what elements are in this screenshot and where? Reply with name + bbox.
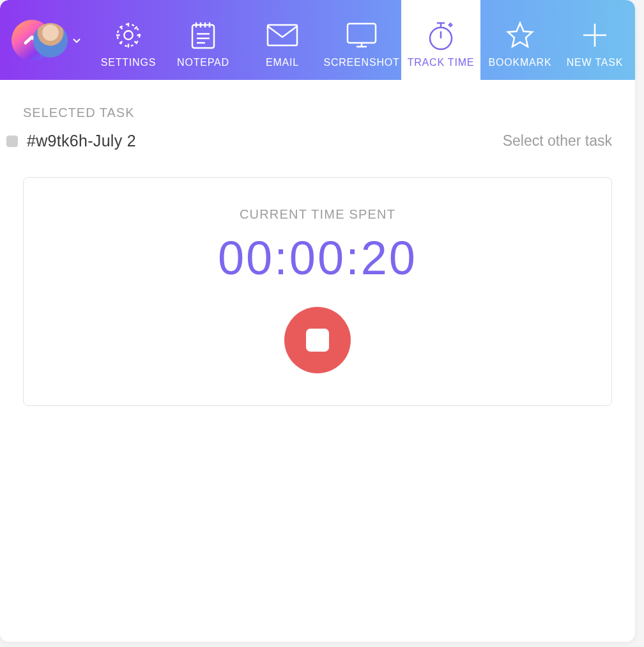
tab-label: BOOKMARK (489, 57, 552, 68)
task-left: #w9tk6h-July 2 (23, 132, 136, 150)
tab-label: TRACK TIME (408, 57, 475, 68)
tab-email[interactable]: EMAIL (243, 0, 322, 80)
tab-label: EMAIL (266, 57, 299, 68)
user-avatar[interactable] (33, 23, 68, 58)
tab-screenshot[interactable]: SCREENSHOT (322, 0, 401, 80)
timer-label: CURRENT TIME SPENT (240, 207, 395, 222)
content-area: SELECTED TASK #w9tk6h-July 2 Select othe… (0, 80, 635, 642)
svg-rect-11 (348, 24, 376, 43)
selected-task-header: SELECTED TASK (23, 105, 612, 120)
plus-icon (581, 20, 609, 51)
timer-card: CURRENT TIME SPENT 00:00:20 (23, 177, 612, 406)
stop-icon (306, 329, 329, 352)
screenshot-icon (345, 20, 378, 51)
tab-notepad[interactable]: NOTEPAD (164, 0, 243, 80)
svg-rect-2 (192, 25, 214, 48)
select-other-task-link[interactable]: Select other task (503, 132, 612, 150)
svg-rect-10 (268, 25, 297, 45)
notepad-icon (190, 20, 217, 51)
tab-settings[interactable]: SETTINGS (93, 0, 164, 80)
tab-label: NEW TASK (567, 57, 624, 68)
tab-label: NOTEPAD (177, 57, 229, 68)
tab-bookmark[interactable]: BOOKMARK (480, 0, 560, 80)
timer-value: 00:00:20 (218, 231, 417, 285)
tab-track-time[interactable]: TRACK TIME (401, 0, 480, 80)
tab-label: SCREENSHOT (323, 57, 399, 68)
app-window: SETTINGS NOTEPAD (0, 0, 635, 642)
task-name[interactable]: #w9tk6h-July 2 (27, 132, 136, 150)
toolbar-tabs: SETTINGS NOTEPAD (93, 0, 635, 80)
task-row: #w9tk6h-July 2 Select other task (23, 132, 612, 150)
stop-timer-button[interactable] (284, 307, 351, 373)
tab-new-task[interactable]: NEW TASK (560, 0, 630, 80)
brand-area[interactable] (0, 0, 88, 80)
task-status-box[interactable] (6, 136, 18, 147)
star-icon (505, 20, 535, 51)
gear-icon (114, 20, 143, 51)
tab-label: SETTINGS (101, 57, 156, 68)
account-dropdown-caret[interactable] (73, 35, 80, 46)
stopwatch-icon (426, 20, 456, 51)
toolbar: SETTINGS NOTEPAD (0, 0, 635, 80)
email-icon (266, 20, 299, 51)
svg-point-0 (124, 31, 132, 39)
